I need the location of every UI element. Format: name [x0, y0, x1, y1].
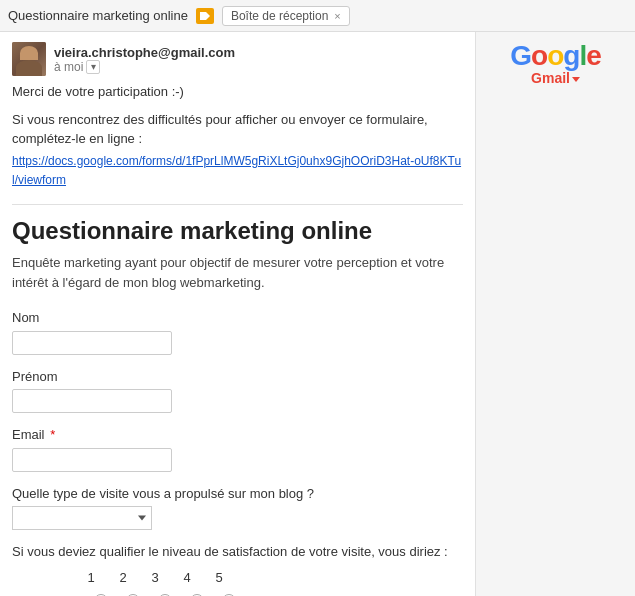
header-bar: Questionnaire marketing online Boîte de …: [0, 0, 635, 32]
rating-num-4: 4: [180, 568, 194, 588]
rating-num-1: 1: [84, 568, 98, 588]
inbox-tab-label: Boîte de réception: [231, 9, 328, 23]
g-letter-o1: o: [531, 40, 547, 71]
rating-num-5: 5: [212, 568, 226, 588]
google-logo: Google: [510, 42, 600, 70]
rating-num-3: 3: [148, 568, 162, 588]
main-layout: vieira.christophe@gmail.com à moi ▾ Merc…: [0, 32, 635, 596]
rating-numbers-row: 1 2 3 4 5: [84, 568, 463, 588]
gmail-text: Gmail: [531, 70, 570, 86]
embedded-form: Questionnaire marketing online Enquête m…: [12, 204, 463, 597]
sender-email: vieira.christophe@gmail.com: [54, 45, 463, 60]
input-prenom[interactable]: [12, 389, 172, 413]
gmail-dropdown-arrow-icon: [572, 77, 580, 82]
g-letter-e: e: [586, 40, 601, 71]
input-email[interactable]: [12, 448, 172, 472]
inbox-tab[interactable]: Boîte de réception ×: [222, 6, 350, 26]
label-visite: Quelle type de visite vous a propulsé su…: [12, 484, 463, 504]
label-nom: Nom: [12, 308, 463, 328]
form-description: Enquête marketing ayant pour objectif de…: [12, 253, 463, 292]
rating-num-2: 2: [116, 568, 130, 588]
field-nom: Nom: [12, 308, 463, 355]
label-badge-icon[interactable]: [196, 8, 214, 24]
g-letter-g: g: [563, 40, 579, 71]
g-letter-o2: o: [547, 40, 563, 71]
email-body: Merci de votre participation :-) Si vous…: [12, 82, 463, 596]
to-dropdown-toggle[interactable]: ▾: [86, 60, 100, 74]
g-letter-G: G: [510, 40, 531, 71]
label-prenom: Prénom: [12, 367, 463, 387]
avatar-image: [12, 42, 46, 76]
label-email: Email *: [12, 425, 463, 445]
dropdown-visite[interactable]: Moteur de recherche Réseaux sociaux Reco…: [12, 506, 152, 530]
sender-row: vieira.christophe@gmail.com à moi ▾: [12, 42, 463, 76]
email-subject: Questionnaire marketing online: [8, 8, 188, 23]
sender-info: vieira.christophe@gmail.com à moi ▾: [54, 45, 463, 74]
to-label: à moi: [54, 60, 83, 74]
field-visite: Quelle type de visite vous a propulsé su…: [12, 484, 463, 531]
rating-right-label: Très intéressante: [250, 591, 350, 596]
form-link[interactable]: https://docs.google.com/forms/d/1fPprLlM…: [12, 154, 461, 188]
difficulty-text: Si vous rencontrez des difficultés pour …: [12, 110, 463, 149]
email-content-panel: vieira.christophe@gmail.com à moi ▾ Merc…: [0, 32, 475, 596]
gmail-label[interactable]: Gmail: [531, 70, 580, 86]
right-panel: Google Gmail: [475, 32, 635, 596]
rating-radio-row: Décevante Très intéressante: [12, 591, 463, 596]
input-nom[interactable]: [12, 331, 172, 355]
close-tab-icon[interactable]: ×: [334, 10, 340, 22]
avatar: [12, 42, 46, 76]
rating-section: Si vous deviez qualifier le niveau de sa…: [12, 542, 463, 596]
field-prenom: Prénom: [12, 367, 463, 414]
field-email: Email *: [12, 425, 463, 472]
required-star: *: [47, 427, 56, 442]
merci-text: Merci de votre participation :-): [12, 82, 463, 102]
rating-left-label: Décevante: [12, 591, 80, 596]
sender-to-row: à moi ▾: [54, 60, 463, 74]
rating-question: Si vous deviez qualifier le niveau de sa…: [12, 542, 463, 562]
dropdown-wrapper: Moteur de recherche Réseaux sociaux Reco…: [12, 506, 152, 530]
form-title: Questionnaire marketing online: [12, 217, 463, 246]
